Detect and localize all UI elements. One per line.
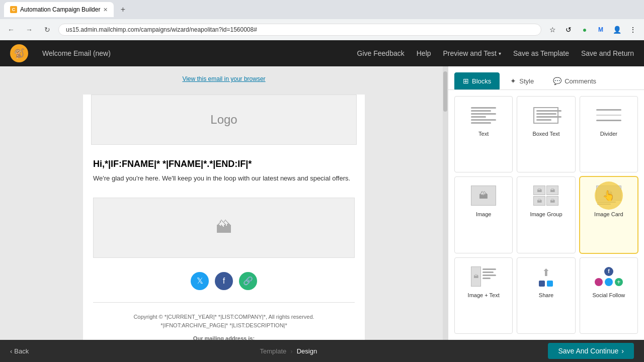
app-header: 🐒 Welcome Email (new) Give Feedback Help… [0, 40, 644, 66]
share-icon: ⬆ [542, 266, 550, 279]
preview-chevron-icon: ▾ [499, 51, 501, 56]
tab-close-icon[interactable]: ✕ [103, 7, 108, 13]
scrollbar[interactable] [443, 66, 448, 340]
save-continue-label: Save And Continue [558, 347, 618, 355]
footer-archive: *|IFNOT:ARCHIVE_PAGE|* *|LIST:DESCRIPTIO… [93, 321, 355, 330]
nav-forward-button[interactable]: → [22, 23, 36, 37]
block-boxed-text[interactable]: Boxed Text [517, 96, 575, 172]
preview-test-label: Preview and Test [443, 49, 497, 57]
block-boxed-text-label: Boxed Text [532, 131, 559, 137]
block-social-follow[interactable]: f + Social Follow [580, 257, 638, 334]
block-image-text-label: Image + Text [468, 292, 500, 298]
email-divider [93, 302, 355, 303]
comments-tab-icon: 💬 [553, 77, 561, 85]
comments-tab-label: Comments [565, 77, 596, 85]
block-image-preview: 🏔 [468, 183, 499, 208]
extension-icon-1[interactable]: ● [578, 23, 592, 37]
nav-icons: ☆ ↺ ● M 👤 ⋮ [545, 23, 640, 37]
block-text[interactable]: Text [454, 96, 513, 172]
block-share-label: Share [539, 292, 553, 298]
tab-comments[interactable]: 💬 Comments [544, 72, 605, 89]
nav-refresh-button[interactable]: ↻ [40, 23, 54, 37]
image-block-icon: 🏔 [479, 191, 488, 201]
email-footer: Copyright © *|CURRENT_YEAR|* *|LIST:COMP… [83, 307, 365, 340]
block-social-follow-label: Social Follow [592, 292, 625, 298]
browser-nav: ← → ↻ us15.admin.mailchimp.com/campaigns… [0, 19, 644, 40]
block-image-group-preview: 🏔 🏔 🏔 🏔 [531, 183, 561, 208]
block-image-text[interactable]: 🏔 Image + Text [454, 257, 513, 334]
give-feedback-link[interactable]: Give Feedback [357, 49, 405, 57]
save-return-link[interactable]: Save and Return [581, 49, 634, 57]
mailchimp-logo: 🐒 [10, 44, 28, 62]
address-text: us15.admin.mailchimp.com/campaigns/wizar… [66, 26, 257, 33]
email-preview-panel: View this email in your browser Logo Hi,… [0, 66, 448, 340]
menu-icon[interactable]: ⋮ [626, 23, 640, 37]
block-image-card[interactable]: 👆 🏔 Image Card [580, 176, 638, 253]
block-divider-preview [594, 103, 624, 128]
style-tab-label: Style [519, 77, 534, 85]
email-social-row: 𝕏 f 🔗 [83, 264, 365, 298]
browser-chrome: C Automation Campaign Builder ✕ + [0, 0, 644, 19]
blocks-tab-icon: ⊞ [463, 77, 469, 85]
save-continue-button[interactable]: Save And Continue › [548, 343, 634, 359]
email-body-text: We're glad you're here. We'll keep you i… [83, 173, 365, 192]
refresh-icon[interactable]: ↺ [561, 23, 576, 37]
link-social-button[interactable]: 🔗 [239, 272, 257, 290]
twitter-social-button[interactable]: 𝕏 [191, 272, 209, 290]
footer-copyright: Copyright © *|CURRENT_YEAR|* *|LIST:COMP… [93, 313, 355, 322]
email-greeting: Hi,*|IF:FNAME|* *|FNAME|*.*|END:IF|* [83, 153, 365, 173]
email-logo-area: Logo [91, 95, 357, 145]
block-boxed-text-preview [531, 103, 561, 128]
block-image-card-preview: 👆 🏔 [594, 183, 624, 208]
main-layout: View this email in your browser Logo Hi,… [0, 66, 644, 340]
right-panel: ⊞ Blocks ✦ Style 💬 Comments [448, 66, 644, 340]
breadcrumb: Template › Design [29, 347, 548, 355]
email-body: Logo Hi,*|IF:FNAME|* *|FNAME|*.*|END:IF|… [83, 95, 365, 340]
tabs-header: ⊞ Blocks ✦ Style 💬 Comments [448, 66, 644, 90]
breadcrumb-arrow-icon: › [290, 347, 292, 355]
preview-test-button[interactable]: Preview and Test ▾ [443, 49, 501, 57]
view-browser-link[interactable]: View this email in your browser [43, 71, 405, 86]
tab-favicon: C [10, 6, 17, 13]
cursor-hand-icon: 👆 [602, 190, 615, 202]
back-label: Back [14, 347, 29, 355]
block-image[interactable]: 🏔 Image [454, 176, 513, 253]
block-share-preview: ⬆ [531, 264, 561, 289]
facebook-social-button[interactable]: f [215, 272, 233, 290]
bookmark-icon[interactable]: ☆ [545, 23, 559, 37]
extension-icon-2[interactable]: M [594, 23, 608, 37]
footer-mailing-label: Our mailing address is: [93, 334, 355, 340]
email-image-placeholder: 🏔 [93, 198, 355, 258]
block-image-group[interactable]: 🏔 🏔 🏔 🏔 Image Group [517, 176, 575, 253]
tab-style[interactable]: ✦ Style [502, 72, 542, 89]
image-placeholder-icon: 🏔 [216, 218, 232, 237]
blocks-grid: Text Boxed Text [448, 90, 644, 340]
block-image-group-label: Image Group [530, 211, 562, 217]
tab-title: Automation Campaign Builder [20, 6, 100, 13]
block-share[interactable]: ⬆ Share [517, 257, 575, 334]
back-button[interactable]: ‹ Back [10, 347, 29, 355]
nav-back-button[interactable]: ← [4, 23, 18, 37]
new-tab-button[interactable]: + [117, 4, 129, 16]
block-social-follow-preview: f + [594, 264, 624, 289]
footer-bar: ‹ Back Template › Design Save And Contin… [0, 340, 644, 362]
block-image-label: Image [476, 211, 492, 217]
back-arrow-icon: ‹ [10, 347, 12, 355]
block-divider-label: Divider [600, 131, 617, 137]
block-text-label: Text [478, 131, 489, 137]
header-nav: Give Feedback Help Preview and Test ▾ Sa… [357, 49, 634, 57]
body-text-content: We're glad you're here. We'll keep you i… [93, 174, 350, 182]
app-title: Welcome Email (new) [42, 49, 347, 57]
block-image-text-preview: 🏔 [468, 264, 499, 289]
browser-tab[interactable]: C Automation Campaign Builder ✕ [4, 2, 114, 17]
profile-icon[interactable]: 👤 [610, 23, 624, 37]
help-link[interactable]: Help [417, 49, 431, 57]
address-bar[interactable]: us15.admin.mailchimp.com/campaigns/wizar… [58, 24, 541, 36]
block-divider[interactable]: Divider [580, 96, 638, 172]
save-continue-arrow-icon: › [621, 347, 624, 355]
tab-blocks[interactable]: ⊞ Blocks [454, 72, 500, 89]
save-template-link[interactable]: Save as Template [513, 49, 569, 57]
scroll-thumb[interactable] [443, 71, 447, 112]
email-preview-inner: View this email in your browser Logo Hi,… [43, 66, 405, 340]
breadcrumb-step2: Design [297, 347, 317, 355]
